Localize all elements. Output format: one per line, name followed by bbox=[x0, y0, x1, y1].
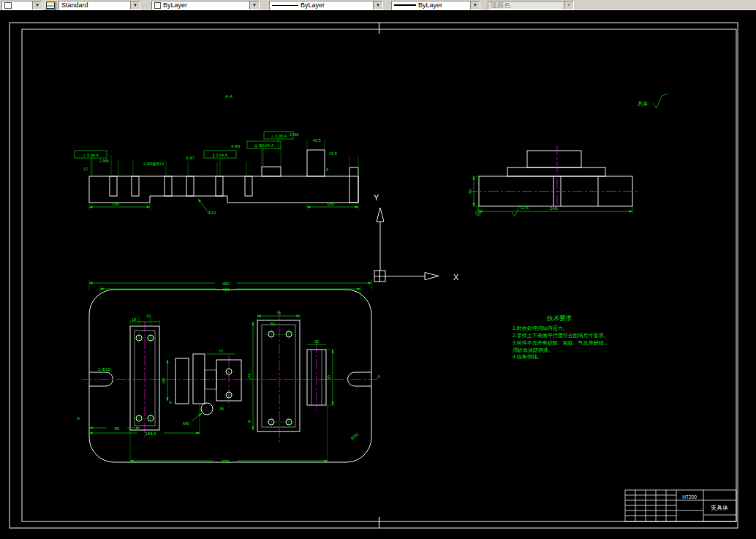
dim-label: 40.5 bbox=[313, 138, 321, 143]
dim-label: 80 bbox=[327, 375, 331, 380]
dim-label: 70 bbox=[219, 349, 223, 353]
gdt-label: ⊥ 0.03 A bbox=[271, 134, 287, 138]
dim-label: 3-Φ7 bbox=[186, 156, 194, 160]
gdt-label: ∥ 0.04 A bbox=[213, 153, 227, 158]
dim-label: 190 bbox=[112, 202, 120, 206]
dim-label: 50 bbox=[271, 322, 275, 326]
dim-label: 150 bbox=[162, 377, 166, 384]
dim-label: 4-Φ9 bbox=[231, 144, 240, 148]
color-value: ByLayer bbox=[163, 1, 187, 10]
lineweight-combo-field: ByLayer bbox=[392, 1, 470, 10]
layer-combo-field bbox=[2, 1, 32, 10]
dim-label: 188.5 bbox=[145, 431, 156, 436]
linetype-combo-field: ByLayer bbox=[270, 1, 373, 10]
datum-flag: A bbox=[377, 374, 380, 379]
datum-label: A bbox=[477, 211, 480, 215]
dim-label: 18 bbox=[132, 317, 136, 322]
drawing-canvas[interactable]: A-A ⊥ 0.04 A ∥ 0.04 A ◎ Φ0.04 A ⊥ 0 bbox=[0, 0, 756, 539]
part-name-label: 夹具体 bbox=[711, 505, 728, 511]
lineweight-combo[interactable]: ByLayer ▼ bbox=[391, 1, 480, 10]
toolbar-spacer bbox=[483, 5, 485, 6]
toolbar-spacer bbox=[385, 5, 389, 6]
linetype-value: ByLayer bbox=[300, 1, 325, 10]
dim-label: 12 bbox=[83, 167, 88, 171]
dim-label: 410 bbox=[222, 287, 230, 292]
gdt-label: ⊥ 0.04 A bbox=[83, 153, 99, 157]
linetype-combo[interactable]: ByLayer ▼ bbox=[269, 1, 383, 10]
dim-label: 76 bbox=[276, 311, 281, 315]
dim-label: 20 bbox=[146, 314, 151, 318]
color-swatch-icon bbox=[154, 2, 161, 9]
chevron-down-icon: ▼ bbox=[564, 1, 573, 10]
datum-flag: A bbox=[77, 416, 80, 421]
layer-color-swatch-icon bbox=[4, 2, 12, 9]
ucs-y-label: Y bbox=[374, 193, 379, 202]
layer-properties-button[interactable] bbox=[45, 1, 56, 10]
dim-label: 30 bbox=[314, 339, 319, 344]
chevron-down-icon[interactable]: ▼ bbox=[373, 1, 382, 10]
color-combo[interactable]: ByLayer ▼ bbox=[151, 1, 260, 10]
dim-label: 36 bbox=[219, 407, 224, 411]
gdt-label: ◎ Φ0.04 A bbox=[254, 143, 274, 148]
toolbar-spacer bbox=[262, 5, 267, 6]
dim-label: 270 bbox=[222, 459, 230, 464]
dim-label: 2-M6 bbox=[290, 132, 299, 137]
tech-note-line: 3.铸件不允许有砂眼、裂纹、气孔等缺陷， bbox=[513, 340, 609, 346]
dim-label: M6 bbox=[183, 421, 189, 426]
tech-note-line: 清砂后涂防锈漆。 bbox=[513, 347, 553, 353]
layers-icon bbox=[46, 1, 55, 9]
tech-notes-title: 技术要求 bbox=[546, 314, 572, 322]
lineweight-value: ByLayer bbox=[418, 1, 442, 10]
datum-flag: A bbox=[248, 419, 251, 423]
dim-label: 40 bbox=[468, 189, 472, 194]
ucs-x-label: X bbox=[453, 273, 459, 282]
chevron-down-icon[interactable]: ▼ bbox=[249, 1, 259, 10]
dim-label: 43.5 bbox=[329, 151, 337, 156]
chevron-down-icon[interactable]: ▼ bbox=[470, 1, 480, 10]
plot-style-combo: 随颜色 ▼ bbox=[488, 1, 574, 10]
dim-label: 9 bbox=[326, 167, 328, 172]
dim-label: 180 bbox=[327, 202, 335, 206]
tech-note-line: 1.时效处理消除内应力。 bbox=[513, 325, 568, 331]
lineweight-sample-icon bbox=[394, 4, 416, 6]
dim-label: 2-M8 bbox=[99, 159, 109, 163]
tech-note-line: 2.零件上下表面平行度符合图纸尺寸要求。 bbox=[513, 333, 609, 339]
linetype-sample-icon bbox=[272, 5, 298, 6]
dim-label: 240 bbox=[550, 206, 558, 211]
text-style-combo[interactable]: Standard ▼ bbox=[58, 1, 140, 10]
color-combo-field: ByLayer bbox=[152, 1, 249, 10]
surface-finish-label: 其余 bbox=[638, 101, 648, 107]
dim-label: 2-Φ9锪Φ14 bbox=[143, 162, 164, 166]
dim-label: 86 bbox=[115, 426, 120, 431]
section-label: A-A bbox=[225, 94, 233, 99]
dim-label: 480 bbox=[222, 282, 230, 286]
dim-label: 140 bbox=[247, 373, 252, 380]
chevron-down-icon[interactable]: ▼ bbox=[130, 1, 140, 10]
dim-label: 1-Φ15 bbox=[98, 367, 110, 372]
dim-label: Φ12 bbox=[208, 211, 216, 215]
chevron-down-icon[interactable]: ▼ bbox=[32, 1, 42, 10]
toolbar-spacer bbox=[143, 5, 149, 6]
text-style-value: Standard bbox=[59, 1, 130, 10]
roughness-value: 12.5 bbox=[521, 206, 529, 210]
tech-note-line: 4.锐角倒钝。 bbox=[513, 354, 543, 360]
datum-flag: A bbox=[169, 400, 172, 404]
plot-style-value: 随颜色 bbox=[488, 1, 564, 10]
top-toolbar: ▼ Standard ▼ ByLayer ▼ ByLayer ▼ ByLayer… bbox=[0, 0, 756, 10]
material-label: HT200 bbox=[682, 494, 697, 500]
layer-combo[interactable]: ▼ bbox=[1, 1, 42, 10]
